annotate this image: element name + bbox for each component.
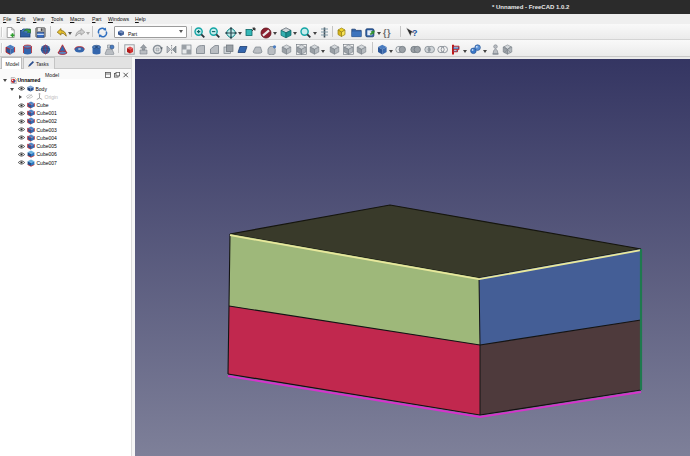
svg-text:?: ? — [412, 28, 418, 38]
